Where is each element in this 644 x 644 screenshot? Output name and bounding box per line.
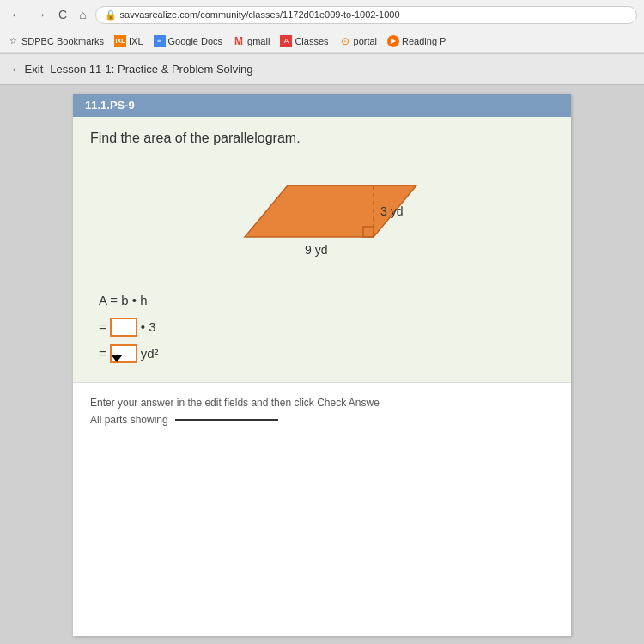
ixl-icon: IXL xyxy=(114,35,126,47)
nav-bar: ← → C ⌂ 🔒 savvasrealize.com/community/cl… xyxy=(0,0,644,29)
address-bar[interactable]: 🔒 savvasrealize.com/community/classes/11… xyxy=(95,6,637,24)
problem-instruction: Find the area of the parallelogram. xyxy=(90,131,554,146)
back-button[interactable]: ← xyxy=(7,6,26,23)
reading-icon: ▶ xyxy=(387,35,399,47)
reading-label: Reading P xyxy=(402,36,446,46)
classes-icon: A xyxy=(280,35,292,47)
problem-card: 11.1.PS-9 Find the area of the parallelo… xyxy=(73,94,571,636)
gdocs-label: Google Docs xyxy=(168,36,223,46)
classes-label: Classes xyxy=(295,36,328,46)
all-parts-label: All parts showing xyxy=(90,414,168,426)
formula-line-2: = • 3 xyxy=(99,315,545,338)
browser-chrome: ← → C ⌂ 🔒 savvasrealize.com/community/cl… xyxy=(0,0,644,54)
cursor-icon xyxy=(112,355,122,362)
base-input[interactable] xyxy=(110,318,137,337)
formula-eq-2: = xyxy=(99,315,106,338)
underline-decoration xyxy=(175,419,278,421)
portal-icon: ⊙ xyxy=(339,35,351,47)
exit-button[interactable]: ← Exit xyxy=(10,63,43,76)
svg-text:3 yd: 3 yd xyxy=(380,204,403,218)
lock-icon: 🔒 xyxy=(105,9,117,21)
footer-instruction: Enter your answer in the edit fields and… xyxy=(90,397,554,409)
parallelogram-diagram: 3 yd 9 yd xyxy=(202,160,442,263)
formula-text-1: A = b • h xyxy=(99,289,148,312)
solution-area: A = b • h = • 3 = yd² xyxy=(90,289,554,365)
footer-status-line: All parts showing xyxy=(90,414,554,426)
bookmark-sdpbc[interactable]: ☆ SDPBC Bookmarks xyxy=(7,35,104,47)
problem-header: 11.1.PS-9 xyxy=(73,94,571,117)
bookmark-portal[interactable]: ⊙ portal xyxy=(339,35,378,47)
formula-eq-3: = xyxy=(99,342,106,365)
formula-line-3: = yd² xyxy=(99,342,545,365)
gmail-label: gmail xyxy=(247,36,270,46)
address-text: savvasrealize.com/community/classes/1172… xyxy=(120,9,400,20)
bookmark-gmail[interactable]: M gmail xyxy=(233,35,270,47)
problem-id: 11.1.PS-9 xyxy=(85,99,135,112)
formula-line-1: A = b • h xyxy=(99,289,545,312)
bookmarks-bar: ☆ SDPBC Bookmarks IXL IXL ≡ Google Docs … xyxy=(0,29,644,53)
bookmark-gdocs[interactable]: ≡ Google Docs xyxy=(154,35,223,47)
formula-unit: yd² xyxy=(141,342,159,365)
area-input[interactable] xyxy=(110,344,137,363)
gdocs-icon: ≡ xyxy=(154,35,166,47)
bookmark-reading[interactable]: ▶ Reading P xyxy=(387,35,446,47)
ixl-label: IXL xyxy=(129,36,143,46)
bookmark-classes[interactable]: A Classes xyxy=(280,35,328,47)
app-bar: ← Exit Lesson 11-1: Practice & Problem S… xyxy=(0,54,644,85)
diagram-area: 3 yd 9 yd xyxy=(90,160,554,271)
formula-mult: • 3 xyxy=(141,315,156,338)
sdpbc-label: SDPBC Bookmarks xyxy=(21,36,104,46)
sdpbc-icon: ☆ xyxy=(7,35,19,47)
gmail-icon: M xyxy=(233,35,245,47)
svg-text:9 yd: 9 yd xyxy=(305,243,327,257)
main-content: 11.1.PS-9 Find the area of the parallelo… xyxy=(0,85,644,644)
reload-button[interactable]: C xyxy=(55,6,70,23)
lesson-title: Lesson 11-1: Practice & Problem Solving xyxy=(50,63,252,76)
footer-area: Enter your answer in the edit fields and… xyxy=(73,382,571,440)
bookmark-ixl[interactable]: IXL IXL xyxy=(114,35,143,47)
forward-button[interactable]: → xyxy=(31,6,50,23)
problem-body: Find the area of the parallelogram. 3 yd… xyxy=(73,117,571,382)
portal-label: portal xyxy=(354,36,378,46)
home-button[interactable]: ⌂ xyxy=(76,6,89,23)
